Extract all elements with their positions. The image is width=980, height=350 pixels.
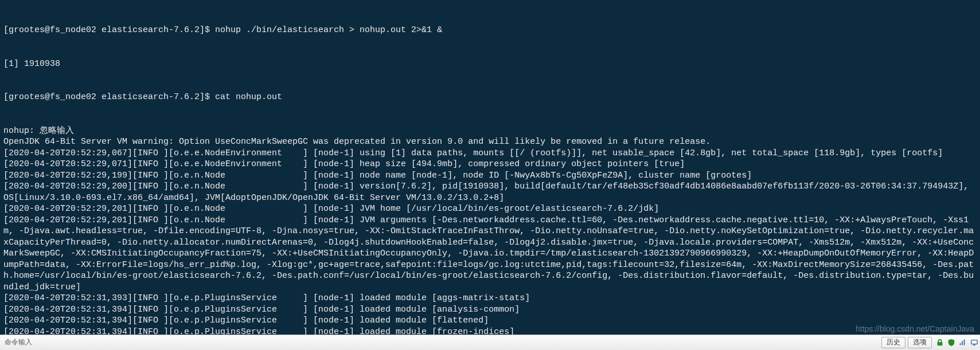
prompt-line-2: [grootes@fs_node02 elasticsearch-7.6.2]$… (3, 92, 977, 103)
command-input-label: 命令输入 (0, 338, 37, 347)
command-text: nohup ./bin/elasticsearch > nohup.out 2>… (215, 25, 442, 35)
log-line: [2020-04-20T20:52:29,067][INFO ][o.e.e.N… (3, 148, 977, 159)
log-line: [2020-04-20T20:52:29,071][INFO ][o.e.e.N… (3, 159, 977, 170)
log-line: [2020-04-20T20:52:29,199][INFO ][o.e.n.N… (3, 170, 977, 182)
log-line: nohup: 忽略输入 (3, 125, 977, 137)
log-output: nohup: 忽略输入OpenJDK 64-Bit Server VM warn… (3, 125, 977, 351)
shell-prompt: [grootes@fs_node02 elasticsearch-7.6.2]$ (3, 25, 215, 35)
log-line: [2020-04-20T20:52:31,394][INFO ][o.e.p.P… (3, 315, 977, 327)
job-line: [1] 1910938 (3, 58, 977, 70)
bottom-toolbar: 命令输入 历史 选项 (0, 335, 980, 350)
log-line: [2020-04-20T20:52:29,200][INFO ][o.e.n.N… (3, 181, 977, 203)
log-line: [2020-04-20T20:52:31,394][INFO ][o.e.p.P… (3, 304, 977, 316)
log-line: [2020-04-20T20:52:29,201][INFO ][o.e.n.N… (3, 203, 977, 215)
svg-rect-0 (971, 340, 978, 344)
log-line: [2020-04-20T20:52:29,201][INFO ][o.e.n.N… (3, 215, 977, 293)
status-monitor-icon (970, 339, 978, 347)
log-line: [2020-04-20T20:52:31,393][INFO ][o.e.p.P… (3, 293, 977, 304)
svg-rect-1 (973, 345, 975, 346)
shell-prompt: [grootes@fs_node02 elasticsearch-7.6.2]$ (3, 92, 215, 102)
terminal-output[interactable]: [grootes@fs_node02 elasticsearch-7.6.2]$… (0, 0, 980, 350)
prompt-line-1: [grootes@fs_node02 elasticsearch-7.6.2]$… (3, 25, 977, 36)
watermark-text: https://blog.csdn.net/CaptainJava (856, 324, 974, 334)
status-network-icon (959, 339, 967, 347)
log-line: OpenJDK 64-Bit Server VM warning: Option… (3, 136, 977, 148)
status-lock-icon (936, 339, 944, 347)
options-button[interactable]: 选项 (908, 337, 932, 348)
history-button[interactable]: 历史 (881, 337, 905, 348)
status-shield-icon (947, 339, 955, 347)
command-text: cat nohup.out (215, 92, 282, 102)
